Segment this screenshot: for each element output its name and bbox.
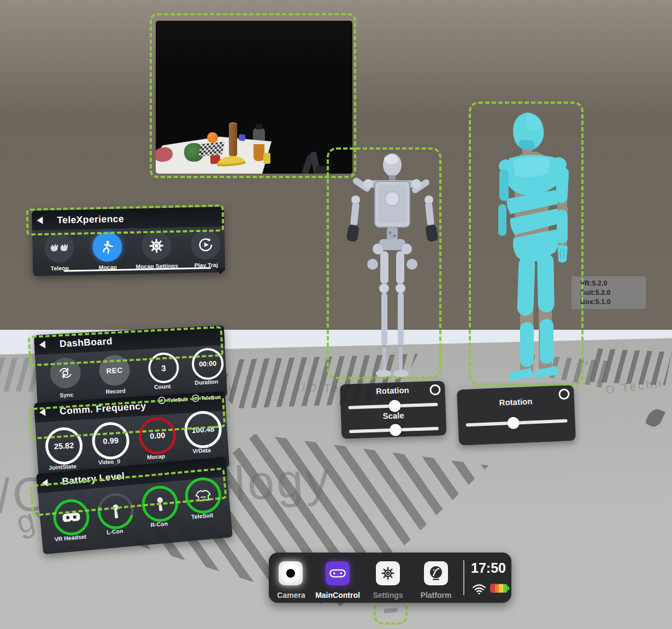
- telesuit-toggle-label: TeleSuit: [167, 396, 187, 403]
- rotation-slider-thumb[interactable]: [508, 417, 520, 429]
- right-controller-icon: [155, 496, 164, 512]
- mocap-value: 0.00: [150, 431, 166, 441]
- robot-figure: [343, 151, 439, 380]
- back-arrow-icon[interactable]: [37, 217, 43, 224]
- wifi-circle-icon: [158, 396, 166, 405]
- settings-app-label: Settings: [363, 591, 413, 600]
- count-label: Count: [139, 382, 186, 391]
- battery-icon: [491, 584, 507, 592]
- telesuit-icon: [194, 488, 212, 503]
- wood-cylinder-object: [229, 123, 237, 156]
- orange-object: [207, 132, 218, 143]
- hands-icon: [49, 242, 69, 254]
- duration-label: Duration: [183, 377, 231, 386]
- version-line: Suit:5.2.0: [580, 288, 646, 298]
- rec-text: REC: [106, 366, 123, 375]
- video0-label: Video_0: [86, 457, 133, 466]
- gripper-base: [315, 165, 330, 174]
- count-ring: 3: [148, 352, 180, 384]
- mocap-button[interactable]: [92, 232, 122, 262]
- rotation-slider[interactable]: [466, 419, 568, 427]
- bottle-cap: [256, 124, 262, 129]
- telebox-toggle-label: TeleBox: [201, 394, 221, 401]
- scale-label: Scale: [341, 409, 446, 422]
- robot-transform-panel: Rotation Scale: [340, 381, 446, 439]
- vrdata-label: VrData: [178, 446, 226, 455]
- clock: 17:50: [469, 560, 508, 576]
- telexperience-titlebar: TeleXperience: [32, 207, 225, 230]
- sync-label: Sync: [43, 390, 91, 399]
- settings-app-button[interactable]: [376, 561, 400, 585]
- battery-tip: [508, 586, 509, 590]
- mocap-ring: 0.00: [138, 416, 177, 455]
- reset-icon[interactable]: [429, 384, 441, 396]
- telesuit-ring: [184, 476, 223, 515]
- vr-headset-icon: [62, 511, 81, 524]
- scale-slider[interactable]: [349, 427, 439, 434]
- avatar-transform-panel: Rotation: [457, 385, 576, 446]
- bottle-liquid: [254, 144, 264, 161]
- record-button[interactable]: REC: [98, 354, 131, 387]
- sync-icon: [57, 366, 73, 379]
- telesuit-label: TeleSuit: [179, 511, 226, 521]
- robot-camera-feed: [156, 21, 352, 174]
- sync-button[interactable]: [49, 357, 81, 389]
- taskbar: Camera MainControl Settings Platform 17:…: [269, 553, 511, 603]
- blue-object: [238, 134, 246, 141]
- panel-title: Comm. Frequency: [59, 400, 146, 417]
- video0-value: 0.99: [103, 436, 119, 446]
- play-circle-icon: [197, 236, 214, 253]
- gamepad-icon: [329, 568, 346, 579]
- floor-barcode-pattern: [0, 358, 39, 391]
- collapse-arrow-icon[interactable]: [215, 268, 225, 275]
- record-label: Record: [92, 387, 139, 395]
- taskbar-divider: [463, 560, 464, 595]
- r-con-ring: [140, 484, 180, 524]
- rotation-label: Rotation: [457, 395, 575, 409]
- platform-logo-icon: [428, 565, 444, 581]
- telesuit-toggle[interactable]: TeleSuit: [158, 395, 187, 404]
- rotation-slider[interactable]: [348, 403, 438, 410]
- maincontrol-app-label: MainControl: [313, 591, 363, 600]
- camera-app-label: Camera: [266, 591, 316, 600]
- back-arrow-icon[interactable]: [39, 408, 46, 417]
- back-arrow-icon[interactable]: [39, 341, 46, 349]
- panel-title: TeleXperience: [57, 213, 124, 226]
- r-con-label: R-Con: [135, 519, 183, 530]
- vr-headset-ring: [52, 498, 91, 537]
- vr-teleoperation-scene: gy /O Technology y I/O Technology O Tech…: [0, 0, 672, 629]
- camera-icon: [286, 569, 295, 578]
- mocap-settings-button[interactable]: [142, 231, 172, 261]
- panel-title: DashBoard: [59, 335, 113, 349]
- telebox-toggle[interactable]: TeleBox: [191, 393, 221, 402]
- l-con-label: L-Con: [91, 526, 139, 537]
- jointstate-value: 25.82: [54, 441, 74, 451]
- maincontrol-app-button[interactable]: [326, 561, 350, 585]
- l-con-ring: [96, 491, 135, 531]
- camera-app-button[interactable]: [279, 561, 303, 585]
- back-arrow-icon[interactable]: [42, 479, 48, 487]
- settings-gear-icon: [380, 566, 396, 581]
- jointstate-ring: 25.82: [44, 426, 84, 466]
- mocap-figure-icon: [99, 239, 115, 255]
- duration-value: 00:00: [199, 360, 217, 369]
- battery-level-panel: Battery Level: [36, 456, 233, 554]
- gear-icon: [148, 238, 165, 254]
- version-line: VR:5.2.0: [580, 279, 646, 288]
- duration-ring: 00:00: [191, 347, 225, 381]
- video0-ring: 0.99: [91, 421, 131, 460]
- platform-app-label: Platform: [411, 591, 461, 600]
- version-line: Box:5.1.0: [580, 298, 646, 307]
- teleop-button[interactable]: [44, 233, 74, 263]
- telexperience-panel: TeleXperience: [32, 207, 225, 276]
- wifi-circle-icon: [191, 394, 199, 402]
- avatar-figure: [474, 108, 583, 387]
- platform-app-button[interactable]: [424, 561, 448, 585]
- play-traj-button[interactable]: [191, 230, 221, 260]
- scale-slider-thumb[interactable]: [390, 424, 402, 436]
- vrdata-ring: 100.48: [184, 410, 223, 449]
- mocap-label: Mocap: [132, 452, 180, 461]
- panel-title: Battery Level: [61, 470, 125, 487]
- wifi-icon: [472, 583, 486, 595]
- vr-headset-label: VR Headset: [46, 532, 94, 543]
